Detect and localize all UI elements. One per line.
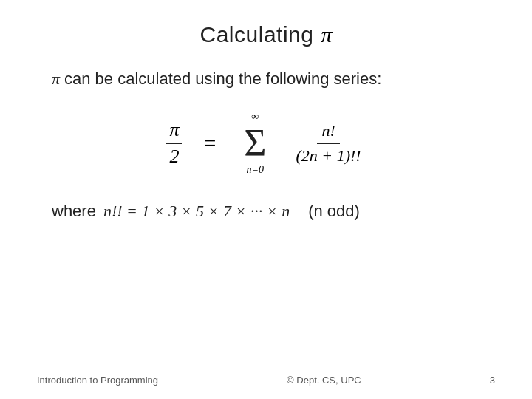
intro-line: π can be calculated using the following … [52, 69, 480, 89]
main-formula: π 2 = ∞ Σ n=0 n! (2n + 1)!! [52, 111, 480, 176]
intro-pi: π [52, 69, 60, 89]
footer-left: Introduction to Programming [37, 375, 158, 386]
where-formula: n!! = 1 × 3 × 5 × 7 × ··· × n [103, 202, 290, 221]
content-area: π can be calculated using the following … [37, 69, 495, 221]
where-label: where [52, 202, 96, 221]
sigma-symbol: Σ [244, 124, 266, 163]
slide-title: Calculating [200, 22, 314, 47]
slide: Calculating π π can be calculated using … [0, 0, 532, 399]
where-line: where n!! = 1 × 3 × 5 × 7 × ··· × n (n o… [52, 202, 480, 221]
lhs-fraction: π 2 [166, 119, 182, 168]
sigma-upper: ∞ [251, 111, 259, 123]
footer-right: 3 [490, 375, 495, 386]
series-fraction: n! (2n + 1)!! [291, 121, 365, 166]
footer: Introduction to Programming © Dept. CS, … [0, 375, 532, 386]
intro-rest: can be calculated using the following se… [64, 69, 381, 89]
footer-center: © Dept. CS, UPC [287, 375, 361, 386]
lhs-numerator: π [166, 119, 182, 144]
equals-sign: = [204, 132, 216, 155]
lhs-denominator: 2 [166, 144, 182, 168]
series-numerator: n! [317, 121, 339, 144]
sigma-notation: ∞ Σ n=0 [244, 111, 266, 176]
title-area: Calculating π [37, 22, 495, 47]
n-odd-qualifier: (n odd) [308, 202, 360, 221]
sigma-lower: n=0 [247, 164, 264, 176]
series-denominator: (2n + 1)!! [291, 144, 365, 166]
title-pi-symbol: π [321, 22, 332, 47]
